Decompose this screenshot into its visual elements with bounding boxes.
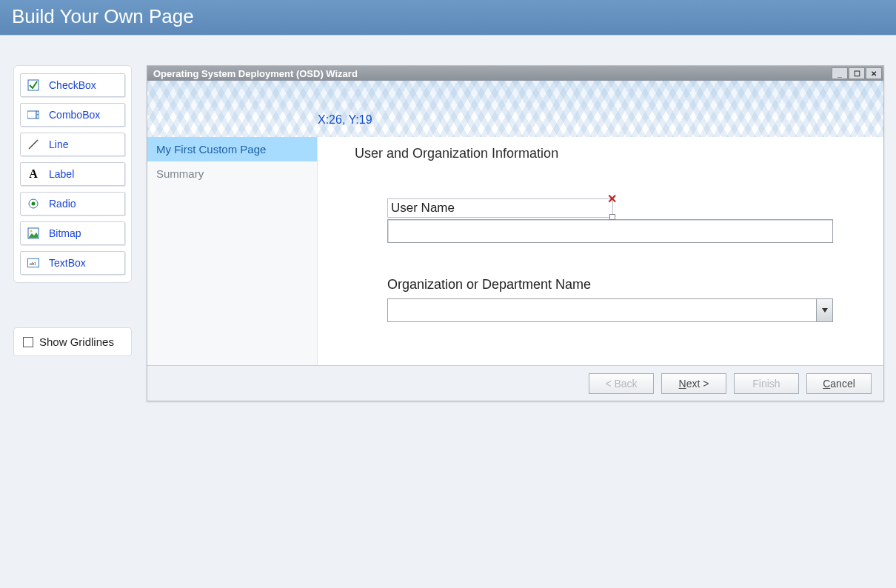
- checkbox-icon: [27, 78, 40, 92]
- wizard-titlebar[interactable]: Operating System Deployment (OSD) Wizard…: [147, 66, 883, 81]
- finish-button[interactable]: Finish: [734, 373, 799, 394]
- close-button[interactable]: ✕: [866, 67, 882, 79]
- wizard-steps-nav: My First Custom Page Summary: [147, 137, 318, 365]
- wizard-footer: < Back Next > Finish Cancel: [147, 365, 883, 401]
- user-name-label-control[interactable]: User Name ✕: [387, 198, 613, 218]
- bitmap-icon: [27, 227, 40, 240]
- user-name-input[interactable]: [387, 219, 833, 243]
- palette-item-line[interactable]: Line: [20, 133, 125, 156]
- radio-icon: [27, 197, 40, 210]
- palette-item-radio[interactable]: Radio: [20, 192, 125, 216]
- wizard-header-graphic: X:26, Y:19: [147, 81, 883, 137]
- left-column: CheckBox ComboBox Line A Label: [13, 65, 132, 401]
- gridlines-checkbox[interactable]: [23, 337, 33, 347]
- work-area: CheckBox ComboBox Line A Label: [0, 36, 896, 401]
- palette-item-textbox[interactable]: abl TextBox: [20, 251, 125, 275]
- line-icon: [27, 138, 40, 151]
- wizard-step-summary[interactable]: Summary: [147, 161, 317, 186]
- svg-point-7: [30, 230, 33, 233]
- show-gridlines-option[interactable]: Show Gridlines: [13, 327, 132, 356]
- wizard-body: My First Custom Page Summary User and Or…: [147, 137, 883, 365]
- svg-rect-1: [27, 111, 36, 118]
- label-icon: A: [27, 167, 40, 181]
- wizard-title-text: Operating System Deployment (OSD) Wizard: [153, 68, 358, 79]
- palette-item-bitmap[interactable]: Bitmap: [20, 221, 125, 245]
- wizard-content-canvas[interactable]: User and Organization Information User N…: [318, 137, 883, 365]
- back-button[interactable]: < Back: [589, 373, 654, 394]
- next-button[interactable]: Next >: [661, 373, 726, 394]
- cancel-button[interactable]: Cancel: [806, 373, 872, 394]
- delete-control-icon[interactable]: ✕: [607, 192, 617, 206]
- maximize-button[interactable]: ☐: [849, 67, 865, 79]
- combobox-dropdown-button[interactable]: [816, 299, 832, 321]
- coordinate-readout: X:26, Y:19: [318, 113, 372, 127]
- palette-item-label[interactable]: A Label: [20, 162, 125, 186]
- palette-label: Radio: [49, 198, 76, 210]
- organization-combobox[interactable]: [387, 298, 833, 322]
- gridlines-label: Show Gridlines: [39, 335, 114, 348]
- palette-label: Label: [49, 168, 74, 180]
- palette-label: TextBox: [49, 257, 86, 269]
- palette-label: CheckBox: [49, 79, 96, 91]
- palette-label: Bitmap: [49, 227, 81, 239]
- palette-label: Line: [49, 138, 68, 150]
- organization-label: Organization or Department Name: [387, 277, 857, 293]
- page-banner: Build Your Own Page: [0, 0, 896, 36]
- organization-block: Organization or Department Name: [387, 277, 857, 322]
- svg-text:abl: abl: [30, 261, 36, 267]
- user-name-label-text: User Name: [391, 201, 455, 216]
- svg-line-3: [29, 140, 38, 149]
- resize-handle-icon[interactable]: [609, 214, 615, 220]
- minimize-button[interactable]: _: [832, 67, 848, 79]
- svg-point-5: [32, 202, 36, 206]
- user-name-block: User Name ✕: [387, 198, 857, 243]
- control-palette: CheckBox ComboBox Line A Label: [13, 65, 132, 283]
- wizard-window: Operating System Deployment (OSD) Wizard…: [147, 65, 884, 401]
- textbox-icon: abl: [27, 256, 40, 270]
- content-heading: User and Organization Information: [355, 146, 857, 161]
- banner-title: Build Your Own Page: [12, 5, 194, 28]
- chevron-down-icon: [822, 308, 828, 313]
- palette-item-checkbox[interactable]: CheckBox: [20, 73, 125, 97]
- palette-label: ComboBox: [49, 109, 100, 121]
- combobox-icon: [27, 108, 40, 121]
- palette-item-combobox[interactable]: ComboBox: [20, 103, 125, 127]
- organization-combobox-value[interactable]: [388, 299, 816, 321]
- wizard-step-my-first-custom-page[interactable]: My First Custom Page: [147, 137, 317, 161]
